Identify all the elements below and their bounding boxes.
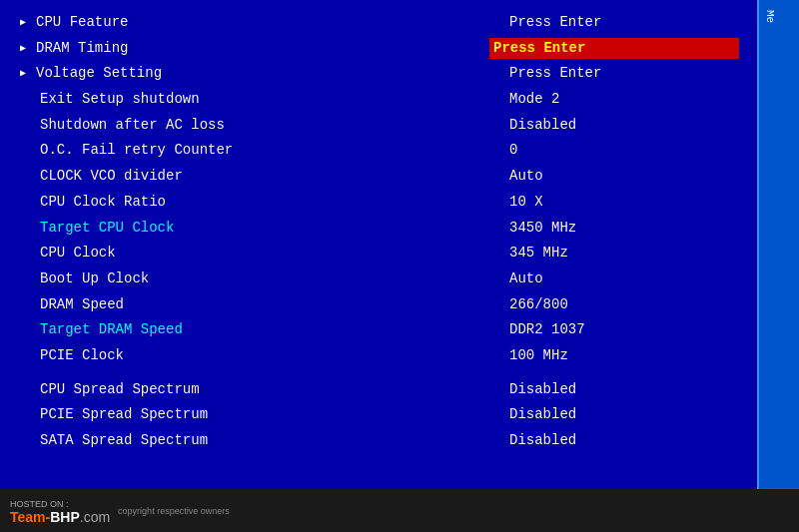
bios-label-text-shutdown-after-ac-loss: Shutdown after AC loss	[40, 115, 225, 137]
bios-label-text-exit-setup-shutdown: Exit Setup shutdown	[40, 89, 200, 111]
bios-row-dram-timing: ▶DRAM TimingPress Enter	[20, 36, 739, 62]
bios-row-cpu-feature: ▶CPU FeaturePress Enter	[20, 10, 739, 36]
bios-value-cpu-feature: Press Enter	[489, 12, 739, 34]
bios-value-cpu-clock: 345 MHz	[489, 243, 739, 265]
bios-label-pcie-spread-spectrum: PCIE Spread Spectrum	[40, 404, 340, 426]
bios-row-pcie-spread-spectrum: PCIE Spread SpectrumDisabled	[20, 402, 739, 428]
bios-label-text-pcie-clock: PCIE Clock	[40, 345, 124, 367]
bios-row-cpu-spread-spectrum: CPU Spread SpectrumDisabled	[20, 377, 739, 403]
bios-label-text-cpu-clock: CPU Clock	[40, 243, 116, 265]
bios-row-target-dram-speed: Target DRAM SpeedDDR2 1037	[20, 317, 739, 343]
bios-label-pcie-clock: PCIE Clock	[40, 345, 340, 367]
bios-label-text-cpu-spread-spectrum: CPU Spread Spectrum	[40, 379, 200, 401]
bios-value-cpu-spread-spectrum: Disabled	[489, 379, 739, 401]
bios-value-shutdown-after-ac-loss: Disabled	[489, 115, 739, 137]
bios-label-text-cpu-feature: CPU Feature	[36, 12, 128, 34]
watermark: HOSTED ON : Team-BHP.com copyright respe…	[10, 497, 230, 525]
bios-value-cpu-clock-ratio: 10 X	[489, 192, 739, 214]
bios-label-voltage-setting: ▶Voltage Setting	[20, 63, 320, 85]
bios-screenshot: ▶CPU FeaturePress Enter▶DRAM TimingPress…	[0, 0, 799, 532]
bios-bottom-bar: HOSTED ON : Team-BHP.com copyright respe…	[0, 489, 799, 532]
bios-row-cpu-clock-ratio: CPU Clock Ratio10 X	[20, 190, 739, 216]
bios-label-text-boot-up-clock: Boot Up Clock	[40, 268, 149, 290]
bios-label-text-sata-spread-spectrum: SATA Spread Spectrum	[40, 430, 208, 452]
hosted-on-label: HOSTED ON :	[10, 499, 69, 509]
bios-row-voltage-setting: ▶Voltage SettingPress Enter	[20, 61, 739, 87]
bios-label-target-cpu-clock: Target CPU Clock	[40, 218, 340, 240]
bios-value-target-cpu-clock: 3450 MHz	[489, 218, 739, 240]
bios-label-text-clock-vco-divider: CLOCK VCO divider	[40, 166, 183, 188]
team-label: Team-	[10, 509, 50, 525]
bios-row-sata-spread-spectrum: SATA Spread SpectrumDisabled	[20, 428, 739, 454]
bios-row-dram-speed: DRAM Speed266/800	[20, 292, 739, 318]
bios-label-cpu-clock: CPU Clock	[40, 243, 340, 265]
copyright-text: copyright respective owners	[118, 506, 230, 516]
bios-label-text-dram-timing: DRAM Timing	[36, 38, 128, 60]
bios-right-panel: Me	[757, 0, 799, 489]
bios-label-boot-up-clock: Boot Up Clock	[40, 268, 340, 290]
bios-label-sata-spread-spectrum: SATA Spread Spectrum	[40, 430, 340, 452]
bios-label-target-dram-speed: Target DRAM Speed	[40, 319, 340, 341]
bios-label-cpu-spread-spectrum: CPU Spread Spectrum	[40, 379, 340, 401]
bios-value-pcie-spread-spectrum: Disabled	[489, 404, 739, 426]
bhp-label: BHP	[50, 509, 80, 525]
bios-label-exit-setup-shutdown: Exit Setup shutdown	[40, 89, 340, 111]
bios-label-text-voltage-setting: Voltage Setting	[36, 63, 162, 85]
watermark-logo: HOSTED ON : Team-BHP.com	[10, 497, 110, 525]
arrow-icon-cpu-feature: ▶	[20, 15, 26, 31]
bios-value-boot-up-clock: Auto	[489, 268, 739, 290]
bios-value-dram-speed: 266/800	[489, 294, 739, 316]
bios-value-pcie-clock: 100 MHz	[489, 345, 739, 367]
bios-row-boot-up-clock: Boot Up ClockAuto	[20, 266, 739, 292]
com-label: .com	[80, 509, 110, 525]
bios-label-text-target-dram-speed: Target DRAM Speed	[40, 319, 183, 341]
arrow-icon-dram-timing: ▶	[20, 41, 26, 57]
bios-label-cpu-clock-ratio: CPU Clock Ratio	[40, 192, 340, 214]
bios-row-pcie-clock: PCIE Clock100 MHz	[20, 343, 739, 369]
bios-row-cpu-clock: CPU Clock345 MHz	[20, 241, 739, 266]
bios-label-text-dram-speed: DRAM Speed	[40, 294, 124, 316]
bios-value-exit-setup-shutdown: Mode 2	[489, 89, 739, 111]
bios-rows: ▶CPU FeaturePress Enter▶DRAM TimingPress…	[20, 10, 739, 454]
bios-row-oc-fail-retry-counter: O.C. Fail retry Counter0	[20, 138, 739, 164]
bios-label-text-pcie-spread-spectrum: PCIE Spread Spectrum	[40, 404, 208, 426]
bios-row-exit-setup-shutdown: Exit Setup shutdownMode 2	[20, 87, 739, 113]
bios-row-clock-vco-divider: CLOCK VCO dividerAuto	[20, 164, 739, 190]
right-panel-text: Me	[759, 0, 781, 33]
arrow-icon-voltage-setting: ▶	[20, 66, 26, 82]
bios-value-clock-vco-divider: Auto	[489, 166, 739, 188]
bios-value-target-dram-speed: DDR2 1037	[489, 319, 739, 341]
bios-label-text-cpu-clock-ratio: CPU Clock Ratio	[40, 192, 166, 214]
bios-label-clock-vco-divider: CLOCK VCO divider	[40, 166, 340, 188]
bios-value-sata-spread-spectrum: Disabled	[489, 430, 739, 452]
bios-main-area: ▶CPU FeaturePress Enter▶DRAM TimingPress…	[0, 0, 759, 489]
bios-label-dram-speed: DRAM Speed	[40, 294, 340, 316]
bios-label-shutdown-after-ac-loss: Shutdown after AC loss	[40, 115, 340, 137]
bios-value-oc-fail-retry-counter: 0	[489, 140, 739, 162]
bios-label-text-target-cpu-clock: Target CPU Clock	[40, 218, 174, 240]
bios-row-shutdown-after-ac-loss: Shutdown after AC lossDisabled	[20, 113, 739, 139]
bios-value-voltage-setting: Press Enter	[489, 63, 739, 85]
bios-label-text-oc-fail-retry-counter: O.C. Fail retry Counter	[40, 140, 233, 162]
bios-label-dram-timing: ▶DRAM Timing	[20, 38, 320, 60]
bios-label-oc-fail-retry-counter: O.C. Fail retry Counter	[40, 140, 340, 162]
bios-row-target-cpu-clock: Target CPU Clock3450 MHz	[20, 216, 739, 242]
bios-value-dram-timing: Press Enter	[489, 38, 739, 60]
bios-label-cpu-feature: ▶CPU Feature	[20, 12, 320, 34]
